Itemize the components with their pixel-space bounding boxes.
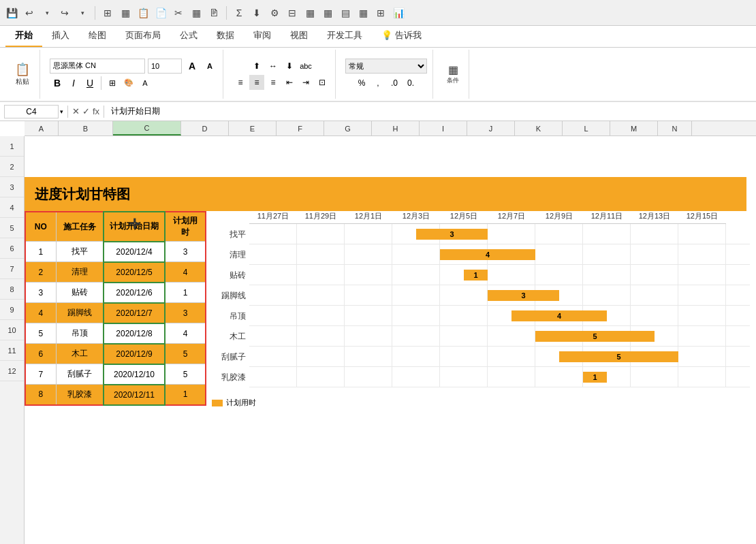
indent-increase-button[interactable]: ⇥ xyxy=(298,75,313,90)
cell-duration[interactable]: 5 xyxy=(165,344,206,364)
cell-task[interactable]: 乳胶漆 xyxy=(56,385,104,405)
cell-no[interactable]: 1 xyxy=(25,242,56,262)
col-header-a[interactable]: A xyxy=(25,121,59,135)
align-left-button[interactable]: ≡ xyxy=(233,75,248,90)
formula-input[interactable] xyxy=(108,106,752,118)
confirm-icon[interactable]: ✓ xyxy=(82,106,90,116)
decimal-dec-button[interactable]: 0. xyxy=(403,76,418,91)
col-header-i[interactable]: I xyxy=(420,121,467,135)
align-bottom-button[interactable]: ⬇ xyxy=(282,59,297,74)
cell-task[interactable]: 吊顶 xyxy=(56,323,104,344)
wrap-text-button[interactable]: abc xyxy=(298,59,313,74)
col-header-m[interactable]: M xyxy=(610,121,658,135)
toolbar-icon-11[interactable]: ⊟ xyxy=(285,5,300,20)
col-header-e[interactable]: E xyxy=(229,121,277,135)
toolbar-icon-8[interactable]: Σ xyxy=(232,5,247,20)
cell-task[interactable]: 清理 xyxy=(56,262,104,283)
align-right-button[interactable]: ≡ xyxy=(266,75,281,90)
toolbar-icon-5[interactable]: ✂ xyxy=(171,5,186,20)
underline-button[interactable]: U xyxy=(82,76,97,91)
redo-dropdown-icon[interactable]: ▾ xyxy=(75,5,90,20)
undo-icon[interactable]: ↩ xyxy=(22,5,37,20)
font-color-button[interactable]: A xyxy=(138,76,153,91)
tab-dev-tools[interactable]: 开发工具 xyxy=(317,25,372,47)
italic-button[interactable]: I xyxy=(66,76,81,91)
col-header-k[interactable]: K xyxy=(515,121,563,135)
number-format-select[interactable]: 常规 xyxy=(345,59,427,74)
tab-draw[interactable]: 绘图 xyxy=(79,25,116,47)
col-header-j[interactable]: J xyxy=(467,121,515,135)
comma-button[interactable]: , xyxy=(371,76,385,91)
cell-start[interactable]: 2020/12/7 xyxy=(104,303,165,323)
row-num-7[interactable]: 7 xyxy=(0,259,24,279)
font-name-input[interactable] xyxy=(50,59,145,74)
col-header-h[interactable]: H xyxy=(372,121,420,135)
cancel-icon[interactable]: ✕ xyxy=(72,106,80,116)
tab-view[interactable]: 视图 xyxy=(281,25,317,47)
cell-duration[interactable]: 3 xyxy=(165,242,206,262)
tab-help[interactable]: 💡 告诉我 xyxy=(372,25,431,47)
row-num-3[interactable]: 3 xyxy=(0,177,24,197)
border-button[interactable]: ⊞ xyxy=(105,76,120,91)
row-num-8[interactable]: 8 xyxy=(0,279,24,300)
tab-review[interactable]: 审阅 xyxy=(244,25,281,47)
cell-duration[interactable]: 3 xyxy=(165,303,206,323)
toolbar-icon-6[interactable]: ▦ xyxy=(189,5,204,20)
row-num-10[interactable]: 10 xyxy=(0,320,24,340)
col-header-b[interactable]: B xyxy=(59,121,113,135)
row-num-9[interactable]: 9 xyxy=(0,300,24,320)
function-icon[interactable]: fx xyxy=(93,106,99,116)
cell-no[interactable]: 3 xyxy=(25,283,56,303)
cell-no[interactable]: 2 xyxy=(25,262,56,283)
col-header-g[interactable]: G xyxy=(324,121,372,135)
toolbar-icon-14[interactable]: ▤ xyxy=(338,5,353,20)
cell-task[interactable]: 找平 xyxy=(56,242,104,262)
paste-button[interactable]: 📋 粘贴 xyxy=(11,59,34,89)
col-header-n[interactable]: N xyxy=(658,121,692,135)
cell-no[interactable]: 5 xyxy=(25,323,56,344)
cell-duration[interactable]: 4 xyxy=(165,262,206,283)
row-num-6[interactable]: 6 xyxy=(0,238,24,259)
tab-insert[interactable]: 插入 xyxy=(42,25,79,47)
cell-start[interactable]: 2020/12/4 xyxy=(104,242,165,262)
undo-dropdown-icon[interactable]: ▾ xyxy=(40,5,54,20)
cell-task[interactable]: 踢脚线 xyxy=(56,303,104,323)
bold-button[interactable]: B xyxy=(50,76,65,91)
decrease-font-button[interactable]: A xyxy=(202,59,217,74)
cell-ref-dropdown[interactable]: ▾ xyxy=(60,108,63,115)
merge-button[interactable]: ⊡ xyxy=(315,75,330,90)
row-num-1[interactable]: 1 xyxy=(0,136,24,157)
tab-page-layout[interactable]: 页面布局 xyxy=(116,25,170,47)
fill-color-button[interactable]: 🎨 xyxy=(121,76,136,91)
save-icon[interactable]: 💾 xyxy=(4,5,19,20)
redo-icon[interactable]: ↪ xyxy=(57,5,72,20)
conditional-format-button[interactable]: ▦ 条件 xyxy=(443,61,463,88)
col-header-c[interactable]: C xyxy=(113,121,181,135)
cell-no[interactable]: 8 xyxy=(25,385,56,405)
cell-no[interactable]: 7 xyxy=(25,364,56,385)
cell-start[interactable]: 2020/12/5 xyxy=(104,262,165,283)
align-top-button[interactable]: ⬆ xyxy=(249,59,264,74)
toolbar-icon-4[interactable]: 📄 xyxy=(153,5,168,20)
percent-button[interactable]: % xyxy=(354,76,369,91)
tab-start[interactable]: 开始 xyxy=(5,25,42,47)
tab-formula[interactable]: 公式 xyxy=(170,25,207,47)
col-header-l[interactable]: L xyxy=(563,121,610,135)
toolbar-icon-7[interactable]: 🖹 xyxy=(206,5,221,20)
cell-no[interactable]: 4 xyxy=(25,303,56,323)
toolbar-icon-16[interactable]: ⊞ xyxy=(373,5,388,20)
toolbar-icon-3[interactable]: 📋 xyxy=(136,5,151,20)
cell-no[interactable]: 6 xyxy=(25,344,56,364)
cell-task[interactable]: 刮腻子 xyxy=(56,364,104,385)
row-num-11[interactable]: 11 xyxy=(0,340,24,361)
cell-task[interactable]: 木工 xyxy=(56,344,104,364)
cell-duration[interactable]: 1 xyxy=(165,385,206,405)
align-center-button[interactable]: ≡ xyxy=(249,75,264,90)
toolbar-icon-13[interactable]: ▦ xyxy=(320,5,335,20)
cell-duration[interactable]: 4 xyxy=(165,323,206,344)
cell-start[interactable]: 2020/12/11 xyxy=(104,385,165,405)
toolbar-icon-9[interactable]: ⬇ xyxy=(249,5,264,20)
col-header-d[interactable]: D xyxy=(181,121,229,135)
cell-duration[interactable]: 1 xyxy=(165,283,206,303)
cell-duration[interactable]: 5 xyxy=(165,364,206,385)
